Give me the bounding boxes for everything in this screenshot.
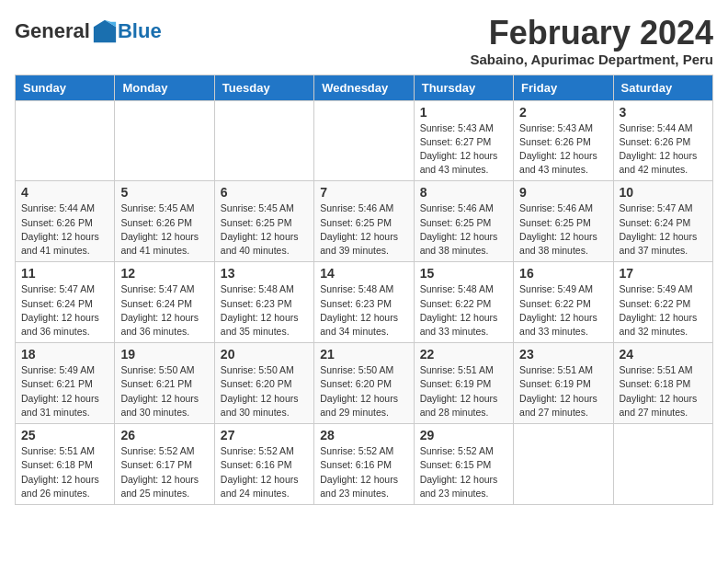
calendar-cell [514, 424, 613, 505]
header-wednesday: Wednesday [314, 75, 414, 100]
day-number: 15 [420, 266, 507, 281]
day-info: Sunrise: 5:44 AM Sunset: 6:26 PM Dayligh… [620, 121, 707, 178]
day-number: 22 [420, 347, 507, 362]
calendar-subtitle: Sabaino, Apurimac Department, Peru [470, 52, 713, 67]
day-info: Sunrise: 5:50 AM Sunset: 6:21 PM Dayligh… [120, 363, 208, 419]
calendar-cell: 24Sunrise: 5:51 AM Sunset: 6:18 PM Dayli… [613, 343, 712, 424]
day-number: 9 [519, 185, 607, 200]
day-number: 10 [620, 185, 707, 200]
calendar-cell: 19Sunrise: 5:50 AM Sunset: 6:21 PM Dayli… [115, 343, 214, 424]
day-number: 12 [120, 266, 208, 281]
day-info: Sunrise: 5:45 AM Sunset: 6:25 PM Dayligh… [221, 201, 308, 258]
calendar-cell: 17Sunrise: 5:49 AM Sunset: 6:22 PM Dayli… [613, 262, 712, 343]
calendar-cell: 27Sunrise: 5:52 AM Sunset: 6:16 PM Dayli… [214, 424, 313, 505]
calendar-cell: 9Sunrise: 5:46 AM Sunset: 6:25 PM Daylig… [514, 181, 613, 262]
calendar-cell [214, 100, 313, 181]
day-number: 24 [620, 347, 707, 362]
calendar-cell: 5Sunrise: 5:45 AM Sunset: 6:26 PM Daylig… [115, 181, 214, 262]
calendar-cell: 23Sunrise: 5:51 AM Sunset: 6:19 PM Dayli… [514, 343, 613, 424]
day-info: Sunrise: 5:48 AM Sunset: 6:23 PM Dayligh… [320, 282, 407, 339]
day-number: 16 [519, 266, 607, 281]
day-info: Sunrise: 5:52 AM Sunset: 6:16 PM Dayligh… [320, 444, 407, 500]
calendar-cell: 7Sunrise: 5:46 AM Sunset: 6:25 PM Daylig… [314, 181, 414, 262]
calendar-cell: 28Sunrise: 5:52 AM Sunset: 6:16 PM Dayli… [314, 424, 414, 505]
day-info: Sunrise: 5:46 AM Sunset: 6:25 PM Dayligh… [320, 201, 407, 258]
day-info: Sunrise: 5:49 AM Sunset: 6:21 PM Dayligh… [21, 363, 108, 419]
day-info: Sunrise: 5:50 AM Sunset: 6:20 PM Dayligh… [320, 363, 407, 419]
day-number: 6 [221, 185, 308, 200]
calendar-cell: 25Sunrise: 5:51 AM Sunset: 6:18 PM Dayli… [16, 424, 115, 505]
logo-icon [92, 18, 118, 44]
day-number: 13 [221, 266, 308, 281]
day-number: 21 [320, 347, 407, 362]
day-info: Sunrise: 5:49 AM Sunset: 6:22 PM Dayligh… [620, 282, 707, 339]
calendar-cell: 22Sunrise: 5:51 AM Sunset: 6:19 PM Dayli… [414, 343, 513, 424]
day-number: 29 [420, 428, 507, 442]
day-info: Sunrise: 5:48 AM Sunset: 6:22 PM Dayligh… [420, 282, 507, 339]
day-info: Sunrise: 5:51 AM Sunset: 6:19 PM Dayligh… [420, 363, 507, 419]
calendar-cell: 14Sunrise: 5:48 AM Sunset: 6:23 PM Dayli… [314, 262, 414, 343]
day-number: 14 [320, 266, 407, 281]
header-thursday: Thursday [414, 75, 513, 100]
day-info: Sunrise: 5:51 AM Sunset: 6:18 PM Dayligh… [620, 363, 707, 419]
title-area: February 2024 Sabaino, Apurimac Departme… [470, 15, 713, 67]
header-friday: Friday [514, 75, 613, 100]
header-saturday: Saturday [613, 75, 712, 100]
calendar-cell: 21Sunrise: 5:50 AM Sunset: 6:20 PM Dayli… [314, 343, 414, 424]
day-number: 18 [21, 347, 108, 362]
day-number: 8 [420, 185, 507, 200]
day-number: 5 [120, 185, 208, 200]
logo-general: General [15, 19, 90, 43]
page-header: General Blue February 2024 Sabaino, Apur… [15, 15, 713, 67]
calendar-title: February 2024 [470, 15, 713, 52]
day-info: Sunrise: 5:47 AM Sunset: 6:24 PM Dayligh… [620, 201, 707, 258]
day-info: Sunrise: 5:43 AM Sunset: 6:27 PM Dayligh… [420, 121, 507, 178]
calendar-week-row: 25Sunrise: 5:51 AM Sunset: 6:18 PM Dayli… [16, 424, 713, 505]
day-number: 17 [620, 266, 707, 281]
day-number: 27 [221, 428, 308, 442]
day-info: Sunrise: 5:50 AM Sunset: 6:20 PM Dayligh… [221, 363, 308, 419]
calendar-week-row: 1Sunrise: 5:43 AM Sunset: 6:27 PM Daylig… [16, 100, 713, 181]
day-info: Sunrise: 5:52 AM Sunset: 6:16 PM Dayligh… [221, 444, 308, 500]
day-number: 7 [320, 185, 407, 200]
calendar-cell: 29Sunrise: 5:52 AM Sunset: 6:15 PM Dayli… [414, 424, 513, 505]
calendar-cell: 15Sunrise: 5:48 AM Sunset: 6:22 PM Dayli… [414, 262, 513, 343]
day-info: Sunrise: 5:51 AM Sunset: 6:18 PM Dayligh… [21, 444, 108, 500]
day-info: Sunrise: 5:47 AM Sunset: 6:24 PM Dayligh… [21, 282, 108, 339]
calendar-cell: 2Sunrise: 5:43 AM Sunset: 6:26 PM Daylig… [514, 100, 613, 181]
day-number: 1 [420, 105, 507, 120]
calendar-cell: 6Sunrise: 5:45 AM Sunset: 6:25 PM Daylig… [214, 181, 313, 262]
calendar-cell [115, 100, 214, 181]
calendar-cell: 11Sunrise: 5:47 AM Sunset: 6:24 PM Dayli… [16, 262, 115, 343]
logo: General Blue [15, 18, 162, 44]
day-number: 3 [620, 105, 707, 120]
calendar-cell: 16Sunrise: 5:49 AM Sunset: 6:22 PM Dayli… [514, 262, 613, 343]
day-info: Sunrise: 5:44 AM Sunset: 6:26 PM Dayligh… [21, 201, 108, 258]
day-number: 20 [221, 347, 308, 362]
calendar-week-row: 11Sunrise: 5:47 AM Sunset: 6:24 PM Dayli… [16, 262, 713, 343]
calendar-cell: 12Sunrise: 5:47 AM Sunset: 6:24 PM Dayli… [115, 262, 214, 343]
calendar-cell: 8Sunrise: 5:46 AM Sunset: 6:25 PM Daylig… [414, 181, 513, 262]
header-sunday: Sunday [16, 75, 115, 100]
calendar-week-row: 18Sunrise: 5:49 AM Sunset: 6:21 PM Dayli… [16, 343, 713, 424]
calendar-cell: 26Sunrise: 5:52 AM Sunset: 6:17 PM Dayli… [115, 424, 214, 505]
calendar-header-row: SundayMondayTuesdayWednesdayThursdayFrid… [16, 75, 713, 100]
calendar-cell: 1Sunrise: 5:43 AM Sunset: 6:27 PM Daylig… [414, 100, 513, 181]
calendar-cell: 20Sunrise: 5:50 AM Sunset: 6:20 PM Dayli… [214, 343, 313, 424]
day-info: Sunrise: 5:43 AM Sunset: 6:26 PM Dayligh… [519, 121, 607, 178]
calendar-cell [613, 424, 712, 505]
day-number: 23 [519, 347, 607, 362]
calendar-cell: 13Sunrise: 5:48 AM Sunset: 6:23 PM Dayli… [214, 262, 313, 343]
calendar-cell: 3Sunrise: 5:44 AM Sunset: 6:26 PM Daylig… [613, 100, 712, 181]
calendar-cell [314, 100, 414, 181]
calendar-cell: 18Sunrise: 5:49 AM Sunset: 6:21 PM Dayli… [16, 343, 115, 424]
day-info: Sunrise: 5:46 AM Sunset: 6:25 PM Dayligh… [420, 201, 507, 258]
day-number: 11 [21, 266, 108, 281]
day-info: Sunrise: 5:49 AM Sunset: 6:22 PM Dayligh… [519, 282, 607, 339]
calendar-week-row: 4Sunrise: 5:44 AM Sunset: 6:26 PM Daylig… [16, 181, 713, 262]
calendar-cell [16, 100, 115, 181]
logo-blue: Blue [118, 19, 162, 43]
calendar-table: SundayMondayTuesdayWednesdayThursdayFrid… [15, 75, 713, 505]
day-number: 26 [120, 428, 208, 442]
day-info: Sunrise: 5:47 AM Sunset: 6:24 PM Dayligh… [120, 282, 208, 339]
